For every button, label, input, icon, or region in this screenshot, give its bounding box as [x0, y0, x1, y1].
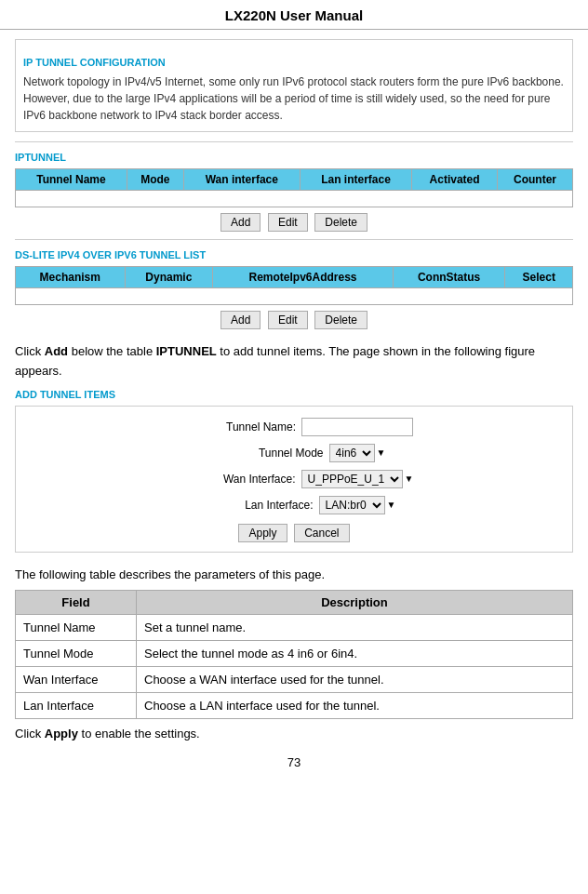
iptunnel-edit-button[interactable]: Edit [268, 213, 308, 232]
table-row: Wan Interface Choose a WAN interface use… [16, 667, 573, 693]
dslite-col-mechanism: Mechanism [16, 267, 126, 288]
add-tunnel-description: Click Add below the table IPTUNNEL to ad… [15, 342, 573, 381]
lan-interface-select[interactable]: LAN:br0 [319, 496, 385, 514]
tunnel-mode-label: Tunnel Mode [203, 447, 324, 460]
iptunnel-title: IPTUNNEL [15, 152, 573, 163]
tunnel-name-label: Tunnel Name: [175, 420, 296, 434]
dslite-empty-row [16, 288, 573, 305]
field-wan-interface: Wan Interface [16, 667, 137, 693]
click-apply-text: Click Apply to enable the settings. [15, 727, 573, 741]
dslite-col-dynamic: Dynamic [125, 267, 213, 288]
iptunnel-col-mode: Mode [127, 169, 183, 191]
table-row: Tunnel Mode Select the tunnel mode as 4 … [16, 641, 573, 667]
dslite-col-remote: RemoteIpv6Address [213, 267, 394, 288]
tunnel-name-input[interactable] [301, 418, 413, 436]
cancel-button[interactable]: Cancel [294, 524, 349, 542]
lan-interface-label: Lan Interface: [193, 499, 314, 512]
iptunnel-delete-button[interactable]: Delete [314, 213, 368, 232]
desc-col-description: Description [137, 591, 573, 615]
dslite-add-button[interactable]: Add [220, 311, 261, 329]
iptunnel-add-button[interactable]: Add [220, 213, 261, 232]
field-tunnel-name: Tunnel Name [16, 615, 137, 641]
iptunnel-table: Tunnel Name Mode Wan interface Lan inter… [15, 168, 573, 207]
add-bold: Add [45, 344, 68, 358]
lan-interface-arrow: ▼ [387, 500, 396, 510]
dslite-title: DS-LITE IPV4 OVER IPV6 TUNNEL LIST [15, 249, 573, 260]
desc-col-field: Field [16, 591, 137, 615]
desc-tunnel-mode: Select the tunnel mode as 4 in6 or 6in4. [137, 641, 573, 667]
iptunnel-empty-row [16, 191, 573, 207]
page-title: LX220N User Manual [0, 0, 588, 30]
wan-interface-select[interactable]: U_PPPoE_U_1 [301, 470, 403, 488]
dslite-delete-button[interactable]: Delete [314, 311, 368, 329]
dslite-edit-button[interactable]: Edit [268, 311, 308, 329]
table-intro-text: The following table describes the parame… [15, 566, 573, 585]
dslite-col-select: Select [505, 267, 573, 288]
description-table: Field Description Tunnel Name Set a tunn… [15, 590, 573, 719]
table-row: Tunnel Name Set a tunnel name. [16, 615, 573, 641]
wan-interface-label: Wan Interface: [175, 473, 296, 486]
iptunnel-bold: IPTUNNEL [156, 344, 217, 358]
iptunnel-col-wan: Wan interface [183, 169, 300, 191]
iptunnel-col-tunnel-name: Tunnel Name [16, 169, 127, 191]
field-lan-interface: Lan Interface [16, 693, 137, 719]
ip-tunnel-config-description: Network topology in IPv4/v5 Internet, so… [23, 73, 565, 124]
tunnel-mode-arrow: ▼ [377, 447, 386, 458]
wan-interface-arrow: ▼ [405, 474, 414, 484]
table-row: Lan Interface Choose a LAN interface use… [16, 693, 573, 719]
apply-button[interactable]: Apply [238, 524, 287, 542]
apply-bold: Apply [45, 727, 78, 741]
iptunnel-col-counter: Counter [498, 169, 573, 191]
field-tunnel-mode: Tunnel Mode [16, 641, 137, 667]
dslite-table: Mechanism Dynamic RemoteIpv6Address Conn… [15, 266, 573, 305]
page-number: 73 [15, 755, 573, 769]
add-tunnel-section-title: ADD TUNNEL ITEMS [15, 389, 573, 400]
dslite-col-connstatus: ConnStatus [393, 267, 505, 288]
ip-tunnel-config-title: IP TUNNEL CONFIGURATION [23, 57, 565, 68]
desc-tunnel-name: Set a tunnel name. [137, 615, 573, 641]
desc-lan-interface: Choose a LAN interface used for the tunn… [137, 693, 573, 719]
iptunnel-col-lan: Lan interface [300, 169, 411, 191]
desc-wan-interface: Choose a WAN interface used for the tunn… [137, 667, 573, 693]
iptunnel-col-activated: Activated [412, 169, 498, 191]
tunnel-mode-select[interactable]: 4in6 6in4 [329, 444, 375, 462]
